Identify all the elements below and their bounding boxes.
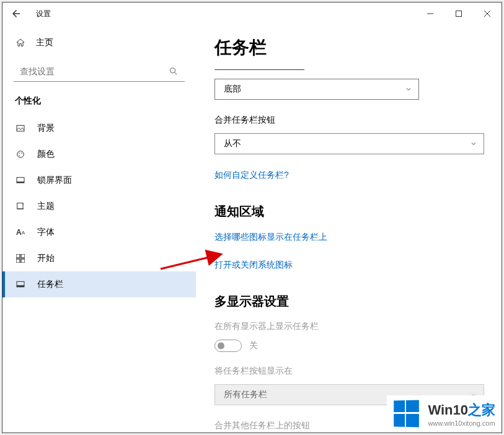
customize-taskbar-link[interactable]: 如何自定义任务栏? <box>214 170 289 181</box>
maximize-button[interactable] <box>444 4 473 24</box>
toggle-knob <box>218 343 224 349</box>
svg-rect-13 <box>17 203 23 209</box>
nav-list: 背景 颜色 锁屏界面 主题 AA 字体 <box>2 115 196 297</box>
watermark-title: Win10之家 <box>428 401 495 420</box>
sidebar-item-label: 主题 <box>37 201 55 212</box>
toggle-state-label: 关 <box>249 340 258 351</box>
svg-point-4 <box>170 68 175 73</box>
select-value: 底部 <box>224 84 241 95</box>
themes-icon <box>15 201 26 212</box>
svg-rect-17 <box>16 259 20 263</box>
minimize-icon <box>427 11 433 17</box>
svg-point-10 <box>19 155 20 156</box>
combine-label: 合并任务栏按钮 <box>214 115 483 126</box>
cutoff-line <box>214 69 304 70</box>
chevron-down-icon <box>405 86 412 93</box>
taskbar-position-select[interactable]: 底部 <box>214 79 419 100</box>
back-button[interactable] <box>7 5 25 22</box>
sidebar-item-label: 锁屏界面 <box>37 175 72 186</box>
search-input[interactable] <box>14 61 185 82</box>
home-link[interactable]: 主页 <box>2 31 196 55</box>
notification-area-heading: 通知区域 <box>214 203 483 220</box>
sidebar-item-label: 开始 <box>37 253 55 264</box>
sidebar-item-taskbar[interactable]: 任务栏 <box>2 271 196 297</box>
sidebar-item-label: 任务栏 <box>37 279 63 290</box>
sidebar-item-themes[interactable]: 主题 <box>2 193 196 219</box>
search-icon <box>169 66 179 76</box>
maximize-icon <box>456 11 462 17</box>
svg-rect-15 <box>16 254 20 258</box>
sidebar-item-start[interactable]: 开始 <box>2 245 196 271</box>
svg-point-9 <box>21 152 22 154</box>
sidebar: 主页 个性化 背景 颜色 锁屏界面 <box>2 25 196 433</box>
watermark: Win10之家 www.win10xitong.com <box>387 395 502 433</box>
show-buttons-label: 将任务栏按钮显示在 <box>214 366 483 377</box>
multi-display-toggle[interactable] <box>214 340 242 352</box>
select-value: 从不 <box>224 138 241 149</box>
taskbar-icon <box>15 279 26 290</box>
close-icon <box>484 11 490 17</box>
svg-point-7 <box>17 151 24 158</box>
sidebar-item-label: 字体 <box>37 227 55 238</box>
sidebar-item-label: 背景 <box>37 123 55 134</box>
window-title: 设置 <box>36 9 51 19</box>
category-title: 个性化 <box>2 93 196 115</box>
svg-rect-16 <box>21 254 25 258</box>
content-area: 任务栏 底部 合并任务栏按钮 从不 如何自定义任务栏? 通知区域 选择哪些图标显… <box>196 25 502 433</box>
picture-icon <box>15 123 26 134</box>
system-icons-link[interactable]: 打开或关闭系统图标 <box>214 260 293 271</box>
combine-select[interactable]: 从不 <box>214 133 484 154</box>
select-value: 所有任务栏 <box>224 389 267 400</box>
home-icon <box>15 37 26 48</box>
multi-display-toggle-row: 关 <box>214 340 483 352</box>
start-icon <box>15 253 26 264</box>
svg-rect-1 <box>456 11 462 17</box>
home-label: 主页 <box>36 37 53 48</box>
minimize-button[interactable] <box>416 4 444 24</box>
sidebar-item-lockscreen[interactable]: 锁屏界面 <box>2 167 196 193</box>
font-icon: AA <box>15 227 26 238</box>
page-title: 任务栏 <box>214 36 483 59</box>
sidebar-item-label: 颜色 <box>37 149 55 160</box>
search-wrap <box>14 61 185 82</box>
watermark-url: www.win10xitong.com <box>428 420 495 427</box>
select-icons-link[interactable]: 选择哪些图标显示在任务栏上 <box>214 232 327 243</box>
arrow-left-icon <box>11 8 22 19</box>
multi-display-show-label: 在所有显示器上显示任务栏 <box>214 321 483 332</box>
close-button[interactable] <box>473 4 502 24</box>
sidebar-item-colors[interactable]: 颜色 <box>2 141 196 167</box>
titlebar: 设置 <box>2 2 502 25</box>
sidebar-item-fonts[interactable]: AA 字体 <box>2 219 196 245</box>
svg-line-5 <box>175 72 177 74</box>
lockscreen-icon <box>15 175 26 186</box>
settings-window: 设置 主页 <box>2 2 502 433</box>
palette-icon <box>15 149 26 160</box>
svg-rect-12 <box>17 182 24 183</box>
multi-display-heading: 多显示器设置 <box>214 293 483 310</box>
svg-rect-20 <box>17 285 24 287</box>
chevron-down-icon <box>470 140 477 147</box>
svg-point-8 <box>19 152 20 154</box>
svg-rect-18 <box>21 259 25 263</box>
windows-logo-icon <box>394 400 421 428</box>
svg-rect-6 <box>17 125 24 131</box>
sidebar-item-background[interactable]: 背景 <box>2 115 196 141</box>
